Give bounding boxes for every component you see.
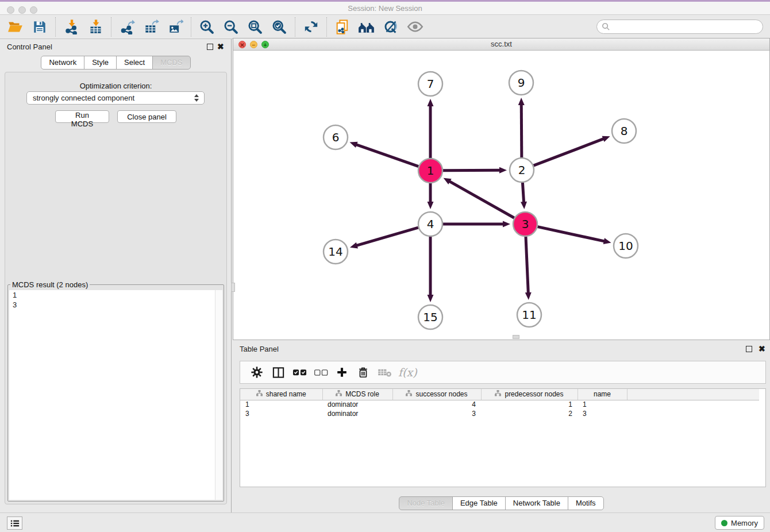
tab-network[interactable]: Network (41, 56, 84, 70)
unselect-all-columns-icon[interactable] (312, 364, 329, 381)
column-label: predecessor nodes (505, 390, 563, 398)
table-cell[interactable]: 3 (578, 409, 627, 418)
column-header-name[interactable]: name (578, 389, 627, 400)
open-session-icon[interactable] (6, 17, 25, 37)
float-panel-icon[interactable] (207, 44, 213, 50)
search-field[interactable] (596, 20, 763, 34)
table-cell-filler (627, 400, 759, 409)
graph-node-label: 15 (423, 310, 437, 324)
sort-tree-icon (406, 390, 412, 398)
import-network-icon[interactable] (61, 17, 81, 37)
search-input[interactable] (610, 21, 763, 33)
clone-network-icon[interactable] (333, 17, 352, 37)
select-all-columns-icon[interactable] (291, 364, 308, 381)
tab-motifs[interactable]: Motifs (568, 496, 604, 510)
zoom-in-icon[interactable] (197, 17, 217, 37)
zoom-out-icon[interactable] (221, 17, 241, 37)
tab-network-table[interactable]: Network Table (505, 496, 568, 510)
window-close-button[interactable] (7, 6, 14, 14)
column-header-predecessor-nodes[interactable]: predecessor nodes (481, 389, 578, 400)
delete-table-icon[interactable] (376, 364, 393, 381)
edge-2-3[interactable] (522, 183, 523, 203)
edge-arrowhead (499, 167, 507, 174)
mcds-result-list[interactable]: 13 (9, 290, 222, 500)
graph-node-label: 7 (427, 77, 434, 91)
table-cell[interactable]: 1 (481, 400, 578, 409)
table-cell[interactable]: 3 (392, 409, 481, 418)
window-zoom-button[interactable] (30, 6, 37, 14)
edge-1-2[interactable] (443, 170, 500, 171)
table-cell[interactable]: 4 (392, 400, 481, 409)
zoom-selected-icon[interactable] (270, 17, 289, 37)
network-maximize-icon[interactable]: + (261, 41, 269, 48)
edge-2-8[interactable] (534, 138, 605, 165)
table-panel: Table Panel ✖ f(x) shared nameMCDS roles… (233, 341, 770, 512)
refresh-view-icon[interactable] (301, 17, 321, 37)
table-settings-gear-icon[interactable] (248, 364, 265, 381)
table-cell[interactable]: 1 (240, 400, 322, 409)
tab-edge-table[interactable]: Edge Table (452, 496, 506, 510)
edge-3-11[interactable] (526, 237, 528, 294)
table-row[interactable]: 1dominator411 (240, 400, 759, 409)
run-mcds-button[interactable]: Run MCDS (55, 110, 109, 123)
show-hidden-icon[interactable] (405, 17, 425, 37)
close-panel-button[interactable]: Close panel (117, 110, 176, 123)
edge-3-1[interactable] (449, 181, 514, 218)
panel-splitter-handle[interactable] (231, 283, 235, 292)
network-canvas[interactable]: 7968124314101511 (233, 51, 770, 340)
table-cell[interactable]: dominator (322, 400, 392, 409)
table-cell[interactable]: 2 (481, 409, 578, 418)
table-cell[interactable]: 3 (240, 409, 322, 418)
edge-3-10[interactable] (537, 227, 605, 241)
edge-arrowhead (503, 221, 510, 228)
tab-node-table[interactable]: Node Table (399, 496, 453, 510)
canvas-scrollbar-thumb[interactable] (513, 335, 519, 339)
column-header-successor-nodes[interactable]: successor nodes (392, 389, 481, 400)
column-header-shared-name[interactable]: shared name (240, 389, 322, 400)
column-label: shared name (266, 390, 306, 398)
edge-arrowhead (602, 136, 610, 142)
function-builder-icon[interactable]: f(x) (398, 366, 417, 379)
table-cell[interactable]: 1 (578, 400, 627, 409)
sort-tree-icon (256, 390, 263, 398)
optimization-criterion-label: Optimization criterion: (5, 82, 226, 90)
split-panel-icon[interactable] (270, 364, 287, 381)
list-icon (10, 519, 20, 527)
result-scrollbar[interactable] (215, 290, 222, 500)
optimization-criterion-value: strongly connected component (33, 94, 134, 102)
edge-arrowhead (428, 99, 434, 106)
edge-2-9[interactable] (521, 104, 522, 157)
task-history-button[interactable] (7, 516, 22, 530)
close-table-panel-icon[interactable]: ✖ (759, 344, 765, 353)
float-table-panel-icon[interactable] (746, 346, 752, 352)
table-cell[interactable]: dominator (322, 409, 392, 418)
tab-style[interactable]: Style (84, 56, 117, 70)
window-minimize-button[interactable] (18, 6, 26, 14)
save-session-icon[interactable] (30, 17, 49, 37)
hide-selected-icon[interactable] (381, 17, 401, 37)
export-table-icon[interactable] (141, 17, 161, 37)
network-minimize-icon[interactable]: − (250, 41, 257, 48)
first-neighbors-icon[interactable] (357, 17, 376, 37)
export-image-icon[interactable] (165, 17, 185, 37)
graph-node-label: 11 (522, 308, 536, 322)
delete-columns-icon[interactable] (355, 364, 372, 381)
network-close-icon[interactable]: ✕ (238, 41, 246, 48)
add-column-icon[interactable] (333, 364, 351, 381)
main-toolbar (0, 15, 770, 39)
optimization-criterion-select[interactable]: strongly connected component (26, 91, 205, 105)
column-label: name (594, 390, 611, 398)
tab-mcds[interactable]: MCDS (152, 56, 190, 70)
table-row[interactable]: 3dominator323 (240, 409, 759, 418)
column-header-mcds-role[interactable]: MCDS role (322, 389, 392, 400)
zoom-fit-icon[interactable] (245, 17, 265, 37)
export-network-icon[interactable] (117, 17, 137, 37)
network-window-titlebar[interactable]: ✕ − + scc.txt (233, 38, 770, 51)
edge-4-14[interactable] (356, 228, 418, 246)
import-table-icon[interactable] (86, 17, 105, 37)
close-panel-icon[interactable]: ✖ (217, 42, 224, 51)
edge-1-6[interactable] (356, 144, 418, 166)
tab-select[interactable]: Select (116, 56, 153, 70)
edge-arrowhead (350, 142, 358, 148)
memory-button[interactable]: Memory (715, 516, 764, 530)
